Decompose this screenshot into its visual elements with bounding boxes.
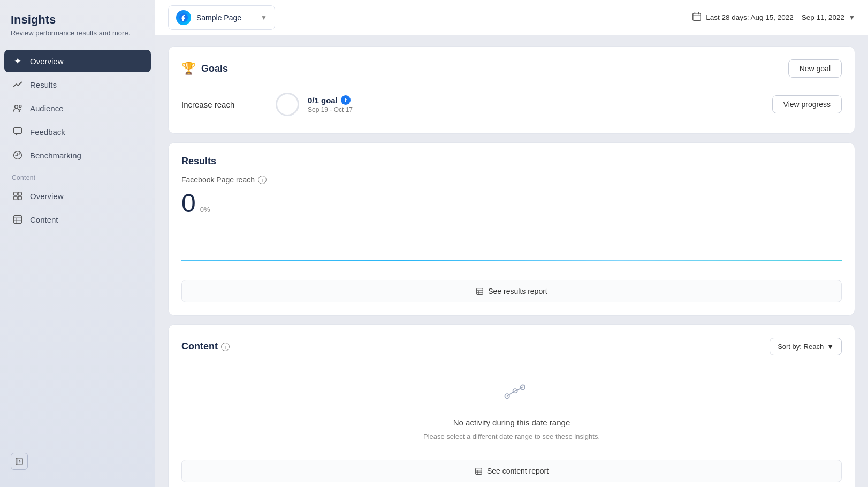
benchmarking-icon xyxy=(12,149,24,161)
sidebar: Insights Review performance results and … xyxy=(0,0,155,487)
svg-rect-8 xyxy=(18,192,21,195)
sidebar-item-label-overview: Overview xyxy=(30,57,64,66)
calendar-icon xyxy=(692,12,702,24)
topbar: Sample Page ▼ Last 28 days: Aug 15, 2022… xyxy=(155,0,868,35)
sort-chevron: ▼ xyxy=(827,343,834,351)
svg-rect-2 xyxy=(14,128,22,134)
svg-rect-10 xyxy=(18,196,21,200)
main-content: Sample Page ▼ Last 28 days: Aug 15, 2022… xyxy=(155,0,868,487)
svg-point-1 xyxy=(19,105,21,108)
empty-subtitle: Please select a different date range to … xyxy=(423,432,600,440)
goal-meta: 0/1 goal f Sep 19 - Oct 17 xyxy=(308,95,764,113)
content-card: Content i Sort by: Reach ▼ N xyxy=(168,324,855,487)
svg-rect-7 xyxy=(14,192,17,195)
content-section-label: Content xyxy=(0,166,155,185)
page-selector-chevron: ▼ xyxy=(261,14,267,21)
results-report-icon xyxy=(476,287,484,295)
collapse-sidebar-button[interactable] xyxy=(11,453,28,470)
sidebar-item-results[interactable]: Results xyxy=(4,73,151,96)
overview-icon: ✦ xyxy=(12,55,24,67)
metric-value-row: 0 0% xyxy=(181,188,842,218)
sidebar-content-nav: Overview Content xyxy=(0,185,155,231)
see-content-button[interactable]: See content report xyxy=(181,460,842,482)
sidebar-item-label-content-overview: Overview xyxy=(30,192,64,201)
sidebar-item-label-results: Results xyxy=(30,80,57,89)
sidebar-item-label-audience: Audience xyxy=(30,104,64,113)
see-results-label: See results report xyxy=(488,287,547,295)
sidebar-nav: ✦ Overview Results Audience xyxy=(0,50,155,166)
sidebar-item-feedback[interactable]: Feedback xyxy=(4,120,151,143)
sidebar-item-audience[interactable]: Audience xyxy=(4,97,151,119)
content-overview-icon xyxy=(12,190,24,202)
new-goal-button[interactable]: New goal xyxy=(788,59,842,78)
goals-title: Goals xyxy=(201,63,228,74)
goal-progress-circle xyxy=(276,93,299,116)
date-range-selector[interactable]: Last 28 days: Aug 15, 2022 – Sep 11, 202… xyxy=(692,12,855,24)
svg-rect-22 xyxy=(477,288,483,294)
sort-label: Sort by: Reach xyxy=(778,343,824,351)
content-icon xyxy=(12,214,24,225)
svg-rect-29 xyxy=(476,468,482,474)
content-area: 🏆 Goals New goal Increase reach 0/1 goal… xyxy=(155,35,868,487)
empty-state-icon xyxy=(498,382,525,410)
goal-row: Increase reach 0/1 goal f Sep 19 - Oct 1… xyxy=(181,88,842,120)
svg-point-0 xyxy=(15,105,18,109)
empty-title: No activity during this date range xyxy=(453,418,570,427)
sidebar-item-content-overview[interactable]: Overview xyxy=(4,185,151,207)
date-range-text: Last 28 days: Aug 15, 2022 – Sep 11, 202… xyxy=(706,13,844,21)
goal-dates: Sep 19 - Oct 17 xyxy=(308,106,764,113)
app-subtitle: Review performance results and more. xyxy=(11,29,144,37)
goal-count: 0/1 goal f xyxy=(308,95,764,105)
chart-baseline xyxy=(181,260,842,261)
metric-label: Facebook Page reach xyxy=(181,176,255,184)
metric-pct: 0% xyxy=(200,206,210,214)
sidebar-item-content[interactable]: Content xyxy=(4,208,151,231)
view-progress-button[interactable]: View progress xyxy=(772,95,842,113)
content-info-icon[interactable]: i xyxy=(221,343,230,351)
date-range-chevron: ▼ xyxy=(849,14,855,21)
content-header: Content i Sort by: Reach ▼ xyxy=(181,338,842,355)
results-icon xyxy=(12,79,24,90)
goals-header: 🏆 Goals New goal xyxy=(181,59,842,78)
page-avatar xyxy=(176,10,191,25)
content-title: Content xyxy=(181,341,218,352)
metric-big-value: 0 xyxy=(181,188,196,218)
svg-rect-15 xyxy=(16,458,22,465)
content-empty-state: No activity during this date range Pleas… xyxy=(181,366,842,451)
svg-line-6 xyxy=(19,154,20,155)
sidebar-item-overview[interactable]: ✦ Overview xyxy=(4,50,151,72)
facebook-badge: f xyxy=(341,95,351,105)
goal-value: 0/1 goal xyxy=(308,96,338,105)
goal-label: Increase reach xyxy=(181,100,267,109)
sidebar-item-label-content: Content xyxy=(30,215,58,224)
metric-info-icon[interactable]: i xyxy=(258,176,267,184)
svg-rect-9 xyxy=(14,196,17,200)
goals-card: 🏆 Goals New goal Increase reach 0/1 goal… xyxy=(168,46,855,134)
sidebar-item-label-feedback: Feedback xyxy=(30,127,65,136)
goals-title-row: 🏆 Goals xyxy=(181,62,228,75)
see-results-button[interactable]: See results report xyxy=(181,280,842,302)
page-selector[interactable]: Sample Page ▼ xyxy=(168,5,275,30)
app-title: Insights xyxy=(11,13,144,27)
results-card: Results Facebook Page reach i 0 0% S xyxy=(168,142,855,316)
content-report-icon xyxy=(475,467,483,475)
results-title: Results xyxy=(181,156,842,167)
sidebar-footer xyxy=(0,444,155,478)
sidebar-item-label-benchmarking: Benchmarking xyxy=(30,151,81,160)
content-title-row: Content i xyxy=(181,341,230,352)
audience-icon xyxy=(12,102,24,114)
sort-button[interactable]: Sort by: Reach ▼ xyxy=(770,338,842,355)
sidebar-header: Insights Review performance results and … xyxy=(0,13,155,50)
metric-label-row: Facebook Page reach i xyxy=(181,176,842,184)
see-content-label: See content report xyxy=(487,467,549,475)
sidebar-item-benchmarking[interactable]: Benchmarking xyxy=(4,144,151,166)
page-name: Sample Page xyxy=(196,13,255,22)
trophy-icon: 🏆 xyxy=(181,62,196,75)
svg-rect-18 xyxy=(693,13,701,20)
feedback-icon xyxy=(12,126,24,138)
chart-area xyxy=(181,229,842,271)
svg-rect-11 xyxy=(14,216,21,223)
